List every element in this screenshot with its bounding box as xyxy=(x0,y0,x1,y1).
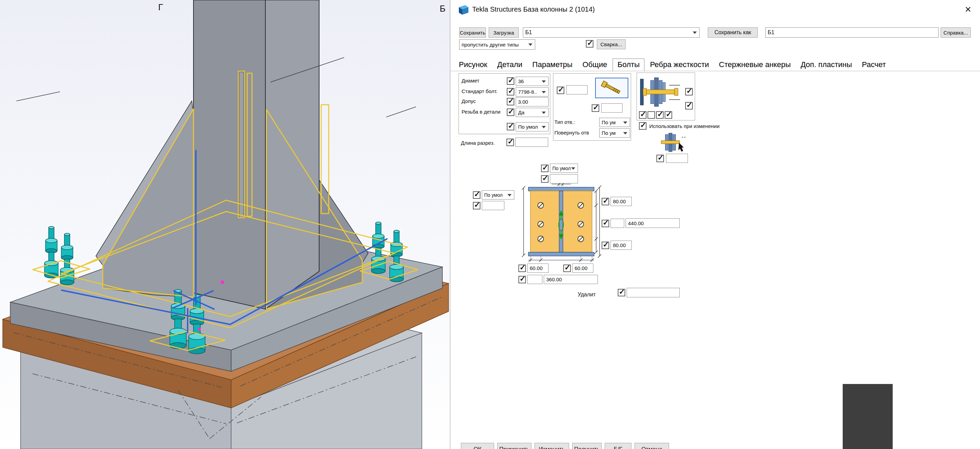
column-web xyxy=(559,191,563,252)
bolt-params-group: Диамет 36 Стандарт болт. 7798-8.. Допус … xyxy=(458,73,550,134)
tab-parametry[interactable]: Параметры xyxy=(528,59,577,71)
layout-top-checkbox[interactable] xyxy=(541,165,549,172)
use-on-modify-checkbox[interactable] xyxy=(639,122,646,130)
edge-left-checkbox[interactable] xyxy=(519,265,526,272)
tab-detali[interactable]: Детали xyxy=(493,59,527,71)
hole-input-2[interactable] xyxy=(601,103,622,113)
tab-raschet[interactable]: Расчет xyxy=(858,59,890,71)
hole-checkbox-2[interactable] xyxy=(592,105,599,112)
overlapping-window-corner xyxy=(843,384,892,449)
tab-dop-plastiny[interactable]: Доп. пластины xyxy=(796,59,856,71)
assembly-checkbox-right-1[interactable] xyxy=(685,88,693,95)
assembly-checkbox-c[interactable] xyxy=(656,111,663,119)
cut-length-label: Длина разрез. xyxy=(461,140,495,146)
tolerance-label: Допус xyxy=(461,98,476,104)
cancel-button[interactable]: Отмена xyxy=(635,443,669,449)
point-mark-magenta-2 xyxy=(198,328,200,331)
cut-length-checkbox[interactable] xyxy=(506,139,514,146)
tekla-logo-icon xyxy=(458,4,469,16)
thread-in-material-combobox[interactable]: Да xyxy=(516,108,549,117)
layout-top-combobox[interactable]: По умол xyxy=(550,163,578,173)
help-button[interactable]: Справка... xyxy=(940,27,971,38)
ok-button[interactable]: ОК xyxy=(461,443,494,449)
get-button[interactable]: Получить xyxy=(572,443,601,449)
delete-checkbox[interactable] xyxy=(618,289,625,297)
steel-column[interactable] xyxy=(194,0,319,309)
bolt-position-checkbox[interactable] xyxy=(656,155,664,162)
bolt-preview-image[interactable] xyxy=(595,78,628,98)
bolt-default-checkbox[interactable] xyxy=(507,123,514,130)
delete-label: Удалит xyxy=(578,292,596,298)
top-flange xyxy=(528,187,594,191)
weld-button[interactable]: Сварка... xyxy=(597,40,625,49)
tolerance-input[interactable] xyxy=(516,97,549,106)
edge-left-input[interactable] xyxy=(527,263,549,273)
close-icon[interactable]: ✕ xyxy=(961,3,975,16)
layout-left-combobox[interactable]: По умол xyxy=(482,190,514,200)
edge-right-input[interactable] xyxy=(572,263,593,273)
bolt-default-combobox[interactable]: По умол xyxy=(516,122,549,132)
hole-rotate-combobox[interactable]: По ум xyxy=(599,129,630,138)
hole-input-1[interactable] xyxy=(566,85,588,94)
assembly-checkbox-d[interactable] xyxy=(665,111,672,119)
edge-bottom-input[interactable] xyxy=(611,241,632,250)
3d-viewport[interactable]: Г Б xyxy=(0,0,450,449)
middle-checkbox[interactable] xyxy=(601,220,609,227)
assembly-checkbox-b[interactable] xyxy=(648,111,655,119)
tab-bolty[interactable]: Болты xyxy=(612,59,644,71)
assembly-checkbox-right-2[interactable] xyxy=(685,102,693,109)
grid-label-b: Б xyxy=(440,3,445,14)
bolt-standard-checkbox[interactable] xyxy=(507,88,514,95)
tab-obshchie[interactable]: Общие xyxy=(578,59,612,71)
delete-input[interactable] xyxy=(627,288,680,297)
edge-top-input[interactable] xyxy=(611,197,632,206)
layout-left2-checkbox[interactable] xyxy=(473,202,480,209)
layout-left2-input[interactable] xyxy=(482,201,504,210)
edge-bottom-checkbox[interactable] xyxy=(601,242,609,249)
total-input[interactable] xyxy=(544,275,598,284)
hole-checkbox-1[interactable] xyxy=(557,87,564,94)
layout-left-checkbox[interactable] xyxy=(473,191,480,199)
bolt-assembly-group xyxy=(636,73,695,121)
middle-input[interactable] xyxy=(625,218,680,228)
tab-risunok[interactable]: Рисунок xyxy=(454,59,492,71)
edge-top-checkbox[interactable] xyxy=(601,198,609,205)
diameter-checkbox[interactable] xyxy=(507,77,514,85)
modify-button[interactable]: Изменить xyxy=(535,443,569,449)
save-as-name-input[interactable] xyxy=(765,27,939,38)
hole-type-combobox[interactable]: По ум xyxy=(599,118,630,127)
middle-aux-input[interactable] xyxy=(611,219,624,228)
tolerance-checkbox[interactable] xyxy=(507,98,514,105)
dialog-title: Tekla Structures База колонны 2 (1014) xyxy=(472,5,595,13)
title-bar[interactable]: Tekla Structures База колонны 2 (1014) ✕ xyxy=(450,0,980,20)
bolt-standard-combobox[interactable]: 7798-8.. xyxy=(516,87,549,97)
layout-top2-checkbox[interactable] xyxy=(541,175,549,183)
save-as-button[interactable]: Сохранить как xyxy=(708,27,758,38)
layout-top2-input[interactable] xyxy=(550,174,578,183)
diameter-combobox[interactable]: 36 xyxy=(516,77,549,86)
hole-type-label: Тип отв.: xyxy=(554,119,575,125)
thread-in-material-checkbox[interactable] xyxy=(507,108,514,116)
tab-underline xyxy=(450,71,980,71)
hole-params-group: Тип отв.: По ум Повернуть отв По ум xyxy=(553,73,631,141)
save-button[interactable]: Сохранить xyxy=(459,27,486,38)
assembly-checkbox-a[interactable] xyxy=(639,111,646,119)
use-on-modify-label: Использовать при изменении xyxy=(649,123,719,129)
load-button[interactable]: Загрузка xyxy=(488,27,519,38)
edge-right-checkbox[interactable] xyxy=(563,265,571,272)
weld-checkbox[interactable] xyxy=(586,40,593,48)
tab-sterzhnevye-ankery[interactable]: Стержневые анкеры xyxy=(714,59,795,71)
tab-rebra-zhestkosti[interactable]: Ребра жесткости xyxy=(646,59,713,71)
ignore-types-combobox[interactable]: пропустить другие типы xyxy=(459,40,535,50)
cut-length-input[interactable] xyxy=(515,138,548,147)
preset-combobox[interactable]: Б1 xyxy=(523,27,700,38)
bolt-position-input[interactable] xyxy=(666,154,688,163)
bolt-assembly-image xyxy=(639,75,683,109)
component-dialog: Tekla Structures База колонны 2 (1014) ✕… xyxy=(450,0,980,449)
bolt-glyph-icon xyxy=(596,78,628,98)
total-checkbox[interactable] xyxy=(519,276,526,283)
toggle-button[interactable]: Б/Г xyxy=(605,443,632,449)
apply-button[interactable]: Применить xyxy=(497,443,531,449)
bolt-layout-diagram xyxy=(517,181,613,271)
total-aux-input[interactable] xyxy=(527,275,542,284)
